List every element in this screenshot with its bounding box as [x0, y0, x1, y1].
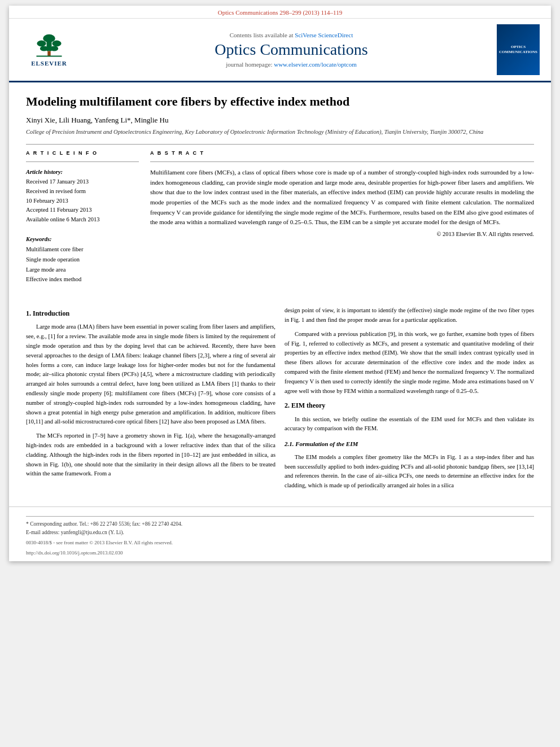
- doi-line: http://dx.doi.org/10.1016/j.optcom.2013.…: [26, 549, 534, 557]
- keywords-label: Keywords:: [26, 235, 139, 244]
- keyword-2: Single mode operation: [26, 255, 139, 265]
- keyword-3: Large mode area: [26, 265, 139, 275]
- revised-date: 10 February 2013: [26, 196, 139, 206]
- article-info-abstract: A R T I C L E I N F O Article history: R…: [26, 150, 534, 285]
- subsection-para: The EIM models a complex fiber geometry …: [285, 453, 534, 491]
- journal-title: Optics Communications: [91, 41, 491, 59]
- body-columns: 1. Introduction Large mode area (LMA) fi…: [9, 306, 551, 506]
- cover-thumbnail: OPTICS COMMUNICATIONS: [497, 24, 540, 75]
- section2-heading: 2. EIM theory: [285, 400, 534, 411]
- svg-point-1: [43, 34, 55, 42]
- section1-heading: 1. Introduction: [26, 308, 275, 319]
- svg-rect-6: [47, 51, 50, 56]
- elsevier-brand-text: ELSEVIER: [31, 60, 67, 67]
- article-content: Modeling multifilament core fibers by ef…: [9, 82, 551, 296]
- intro-para1: Large mode area (LMA) fibers have been e…: [26, 322, 275, 427]
- article-info-col: A R T I C L E I N F O Article history: R…: [26, 150, 139, 285]
- revised-label: Received in revised form: [26, 187, 139, 196]
- received-date: Received 17 January 2013: [26, 177, 139, 187]
- history-label: Article history:: [26, 168, 139, 177]
- svg-point-5: [50, 46, 58, 51]
- corresponding-author-note: * Corresponding author. Tel.: +86 22 274…: [26, 520, 534, 528]
- svg-point-4: [40, 46, 48, 51]
- article-authors: Xinyi Xie, Lili Huang, Yanfeng Li*, Ming…: [26, 116, 534, 125]
- homepage-link[interactable]: www.elsevier.com/locate/optcom: [274, 61, 357, 68]
- article-info-label: A R T I C L E I N F O: [26, 150, 139, 156]
- keywords-block: Keywords: Multifilament core fiber Singl…: [26, 235, 139, 285]
- elsevier-tree-icon: [29, 33, 69, 59]
- journal-reference-bar: Optics Communications 298–299 (2013) 114…: [9, 6, 551, 19]
- article-history-block: Article history: Received 17 January 201…: [26, 168, 139, 225]
- accepted-date: Accepted 11 February 2013: [26, 206, 139, 215]
- svg-point-2: [37, 40, 46, 46]
- journal-info-center: Contents lists available at SciVerse Sci…: [91, 32, 491, 68]
- page-footer: * Corresponding author. Tel.: +86 22 274…: [9, 506, 551, 561]
- copyright-line: © 2013 Elsevier B.V. All rights reserved…: [150, 231, 534, 237]
- body-left-col: 1. Introduction Large mode area (LMA) fi…: [26, 306, 275, 495]
- divider-abstract: [150, 161, 534, 162]
- journal-reference: Optics Communications 298–299 (2013) 114…: [218, 9, 342, 16]
- author-affiliation: College of Precision Instrument and Opto…: [26, 128, 534, 137]
- journal-header: ELSEVIER Contents lists available at Sci…: [9, 19, 551, 82]
- journal-cover: OPTICS COMMUNICATIONS: [497, 24, 542, 75]
- keyword-1: Multifilament core fiber: [26, 244, 139, 255]
- page: Optics Communications 298–299 (2013) 114…: [9, 6, 551, 561]
- abstract-label: A B S T R A C T: [150, 150, 534, 156]
- svg-point-3: [52, 40, 61, 46]
- intro-para2: The MCFs reported in [7–9] have a geomet…: [26, 431, 275, 479]
- journal-homepage: journal homepage: www.elsevier.com/locat…: [91, 61, 491, 68]
- sciverse-line: Contents lists available at SciVerse Sci…: [91, 32, 491, 38]
- elsevier-logo: ELSEVIER: [18, 30, 80, 69]
- divider: [26, 144, 534, 145]
- email-note: E-mail address: yanfengli@tju.edu.cn (Y.…: [26, 528, 534, 537]
- subsection-heading: 2.1. Formulation of the EIM: [285, 439, 534, 449]
- article-title: Modeling multifilament core fibers by ef…: [26, 94, 534, 110]
- abstract-text: Multifilament core fibers (MCFs), a clas…: [150, 168, 534, 228]
- elsevier-logo-area: ELSEVIER: [18, 30, 86, 69]
- footnote-section: * Corresponding author. Tel.: +86 22 274…: [26, 516, 534, 537]
- sciverse-link[interactable]: SciVerse ScienceDirect: [295, 32, 353, 38]
- section2-intro: In this section, we briefly outline the …: [285, 415, 534, 434]
- right-para1: design point of view, it is important to…: [285, 306, 534, 325]
- issn-line: 0030-4018/$ - see front matter © 2013 El…: [26, 539, 534, 547]
- cover-title-text: OPTICS COMMUNICATIONS: [499, 45, 537, 55]
- keyword-4: Effective index method: [26, 274, 139, 285]
- body-right-col: design point of view, it is important to…: [285, 306, 534, 495]
- right-para2: Compared with a previous publication [9]…: [285, 330, 534, 396]
- available-date: Available online 6 March 2013: [26, 215, 139, 225]
- abstract-col: A B S T R A C T Multifilament core fiber…: [150, 150, 534, 285]
- divider-info: [26, 161, 139, 162]
